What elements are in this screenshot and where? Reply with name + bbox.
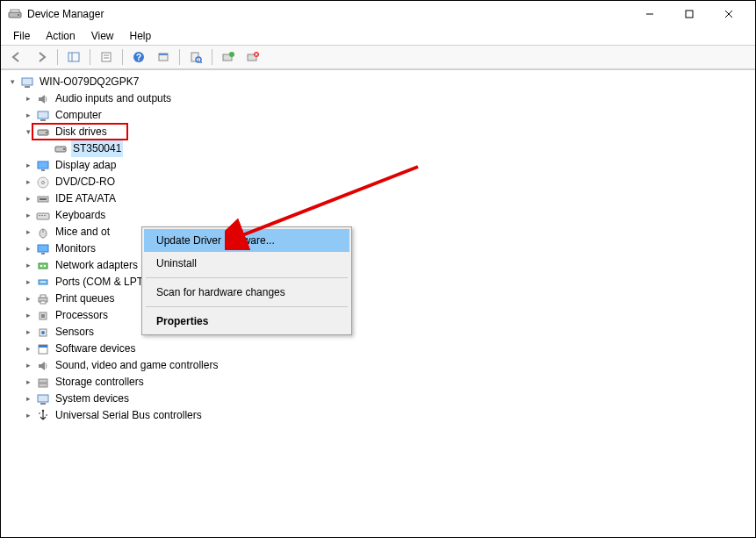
tree-item-disk-drives[interactable]: ▾ Disk drives (3, 124, 753, 140)
system-icon (36, 392, 50, 406)
svg-rect-38 (40, 198, 47, 200)
tree-item-monitors[interactable]: ▸ Monitors (3, 240, 753, 257)
maximize-button[interactable] (669, 2, 709, 26)
tree-item-mice[interactable]: ▸ Mice and ot (3, 224, 753, 240)
svg-rect-1 (11, 10, 19, 12)
tree-item-processors[interactable]: ▸ Processors (3, 307, 753, 324)
tree-item-ports[interactable]: ▸ Ports (COM & LPT) (3, 274, 753, 291)
expand-icon[interactable]: ▸ (22, 176, 34, 189)
expand-icon[interactable]: ▸ (22, 226, 34, 239)
expand-icon[interactable]: ▾ (6, 76, 18, 89)
tree-label: DVD/CD-RO (54, 174, 117, 190)
svg-rect-15 (159, 54, 168, 55)
toolbar-separator (179, 49, 180, 65)
ctx-separator (146, 277, 348, 278)
add-legacy-button[interactable] (218, 47, 239, 67)
menu-help[interactable]: Help (123, 28, 159, 44)
tree-item-ide[interactable]: ▸ IDE ATA/ATA (3, 190, 753, 207)
tree-item-sound[interactable]: ▸ Sound, video and game controllers (3, 357, 753, 374)
expand-icon[interactable]: ▸ (22, 260, 34, 272)
expand-icon[interactable]: ▸ (22, 243, 34, 255)
menu-view[interactable]: View (84, 28, 121, 44)
svg-rect-4 (686, 11, 693, 18)
close-button[interactable] (709, 2, 748, 26)
expand-icon[interactable]: ▸ (22, 310, 34, 322)
help-button[interactable]: ? (128, 47, 149, 67)
toolbar-separator (57, 49, 58, 65)
menu-file[interactable]: File (6, 28, 37, 44)
svg-rect-26 (25, 86, 30, 88)
printer-icon (36, 292, 50, 306)
tree-item-print-queues[interactable]: ▸ Print queues (3, 291, 753, 307)
svg-rect-63 (38, 395, 48, 402)
expand-icon[interactable]: ▸ (22, 210, 34, 222)
tree-item-usb[interactable]: ▸ Universal Serial Bus controllers (3, 407, 753, 424)
usb-icon (36, 409, 50, 423)
tree-item-system-devices[interactable]: ▸ System devices (3, 391, 753, 407)
svg-rect-56 (41, 314, 45, 318)
ctx-scan[interactable]: Scan for hardware changes (144, 281, 349, 304)
window-controls (630, 2, 748, 26)
tree-item-sensors[interactable]: ▸ Sensors (3, 324, 753, 341)
tree-label: Sensors (54, 324, 96, 341)
expand-icon[interactable]: ▸ (22, 193, 34, 205)
port-icon (36, 276, 50, 290)
tree-item-computer[interactable]: ▸ Computer (3, 107, 753, 124)
svg-rect-39 (37, 213, 49, 219)
back-button[interactable] (6, 47, 27, 67)
expand-icon[interactable]: ▾ (22, 126, 34, 139)
menu-bar: File Action View Help (1, 27, 755, 45)
expand-icon[interactable]: ▸ (22, 160, 34, 172)
expand-icon[interactable]: ▸ (22, 326, 34, 339)
svg-rect-46 (41, 253, 45, 255)
expand-icon[interactable]: ▸ (22, 410, 34, 422)
properties-button[interactable] (96, 47, 117, 67)
expand-icon[interactable]: ▸ (22, 293, 34, 305)
svg-rect-49 (44, 265, 46, 267)
menu-action[interactable]: Action (39, 28, 82, 44)
tree-item-software-devices[interactable]: ▸ Software devices (3, 341, 753, 357)
tree-item-keyboards[interactable]: ▸ Keyboards (3, 207, 753, 224)
expand-icon[interactable]: ▸ (22, 110, 34, 122)
network-icon (36, 259, 50, 273)
minimize-button[interactable] (630, 2, 669, 26)
expand-icon[interactable]: ▸ (22, 360, 34, 372)
expand-icon[interactable]: ▸ (22, 393, 34, 405)
audio-icon (36, 92, 50, 106)
ctx-update-driver[interactable]: Update Driver Software... (144, 229, 349, 252)
device-tree-pane[interactable]: ▾ WIN-O079DQ2GPK7 ▸ Audio inputs and out… (1, 69, 755, 537)
svg-rect-34 (41, 169, 45, 171)
action-button[interactable] (153, 47, 174, 67)
keyboard-icon (36, 209, 50, 223)
ctx-properties[interactable]: Properties (144, 310, 349, 333)
uninstall-button[interactable] (242, 47, 263, 67)
tree-label: Monitors (54, 240, 97, 257)
tree-item-audio[interactable]: ▸ Audio inputs and outputs (3, 90, 753, 107)
tree-item-storage[interactable]: ▸ Storage controllers (3, 374, 753, 391)
expand-icon[interactable]: ▸ (22, 276, 34, 289)
expand-icon[interactable]: ▸ (22, 377, 34, 389)
ctx-uninstall[interactable]: Uninstall (144, 252, 349, 275)
svg-rect-61 (39, 379, 47, 383)
forward-button[interactable] (31, 47, 52, 67)
toolbar: ? (1, 45, 755, 69)
tree-label: IDE ATA/ATA (54, 190, 118, 207)
context-menu: Update Driver Software... Uninstall Scan… (141, 226, 352, 335)
tree-label: ST350041 (71, 140, 123, 157)
tree-root[interactable]: ▾ WIN-O079DQ2GPK7 (3, 74, 753, 90)
expand-icon[interactable]: ▸ (22, 93, 34, 105)
svg-rect-45 (38, 245, 48, 252)
tree-label: Ports (COM & LPT) (54, 274, 148, 291)
mouse-icon (36, 226, 50, 240)
svg-rect-47 (39, 263, 47, 269)
tree-item-dvd[interactable]: ▸ DVD/CD-RO (3, 174, 753, 190)
tree-item-network[interactable]: ▸ Network adapters (3, 257, 753, 274)
computer-icon (20, 75, 34, 90)
display-icon (36, 159, 50, 173)
expand-icon[interactable]: ▸ (22, 343, 34, 355)
svg-point-32 (63, 148, 65, 150)
tree-item-display-adapters[interactable]: ▸ Display adap (3, 157, 753, 174)
scan-hardware-button[interactable] (185, 47, 206, 67)
tree-item-disk-drive-entry[interactable]: ST350041 (3, 140, 753, 157)
show-hide-tree-button[interactable] (63, 47, 84, 67)
